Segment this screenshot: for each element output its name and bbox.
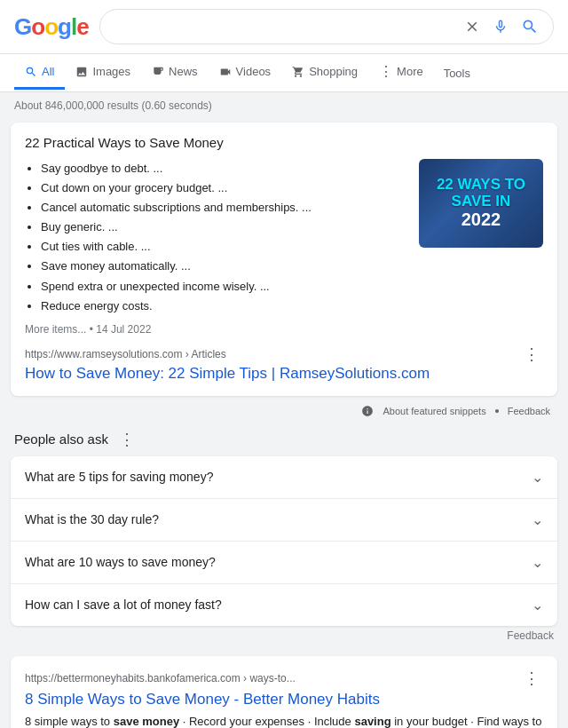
result-title-1[interactable]: 8 Simple Ways to Save Money - Better Mon… (25, 690, 543, 709)
about-snippets-label[interactable]: About featured snippets (383, 406, 485, 416)
tab-shopping[interactable]: Shopping (281, 56, 368, 90)
list-item: Save money automatically. ... (41, 257, 406, 276)
snippet-image-text-line2: SAVE IN (452, 194, 511, 210)
close-icon (464, 19, 480, 35)
snippet-list-items: Say goodbye to debt. ... Cut down on you… (25, 159, 406, 316)
google-logo: Google (14, 13, 89, 41)
voice-search-button[interactable] (491, 17, 510, 36)
tab-images-label: Images (92, 65, 130, 78)
people-also-ask-section: People also ask ⋮ What are 5 tips for sa… (0, 424, 568, 649)
result-menu-button-1[interactable]: ⋮ (520, 669, 543, 688)
image-tab-icon (75, 66, 88, 78)
search-submit-button[interactable] (519, 16, 540, 37)
paa-item-3[interactable]: What are 10 ways to save money? ⌄ (11, 542, 557, 584)
info-icon (361, 405, 374, 417)
list-item: Say goodbye to debt. ... (41, 159, 406, 178)
news-tab-icon (152, 66, 164, 78)
paa-header: People also ask ⋮ (11, 424, 557, 451)
chevron-down-icon-2: ⌄ (532, 511, 543, 528)
tab-news[interactable]: News (141, 56, 209, 90)
nav-tabs: All Images News Videos Shopping ⋮ More T… (0, 54, 568, 92)
paa-card: What are 5 tips for saving money? ⌄ What… (11, 456, 557, 626)
paa-question-4: How can I save a lot of money fast? (25, 597, 222, 612)
tab-shopping-label: Shopping (309, 65, 358, 78)
paa-question-1: What are 5 tips for saving money? (25, 470, 213, 484)
tools-button[interactable]: Tools (444, 58, 470, 89)
search-bar: money saving tips (99, 9, 554, 44)
snippet-url: https://www.ramseysolutions.com › Articl… (25, 348, 226, 360)
paa-menu-button[interactable]: ⋮ (115, 430, 138, 449)
more-items[interactable]: More items... • 14 Jul 2022 (25, 323, 543, 336)
snippet-image-text-line1: 22 WAYS TO (437, 177, 525, 194)
tab-all-label: All (42, 65, 54, 78)
result-url-row-1: https://bettermoneyhabits.bankofamerica.… (25, 669, 543, 688)
snippet-title: 22 Practical Ways to Save Money (25, 135, 543, 150)
paa-item-4[interactable]: How can I save a lot of money fast? ⌄ (11, 584, 557, 626)
paa-title: People also ask (14, 431, 108, 447)
tab-all[interactable]: All (14, 56, 65, 90)
snippet-feedback-label[interactable]: Feedback (508, 406, 550, 416)
list-item: Spend extra or unexpected income wisely.… (41, 277, 406, 297)
result-url-1: https://bettermoneyhabits.bankofamerica.… (25, 672, 296, 684)
snippet-image-year: 2022 (462, 210, 501, 230)
list-item: Cut ties with cable. ... (41, 237, 406, 257)
featured-snippet-card: 22 Practical Ways to Save Money Say good… (11, 123, 557, 396)
tab-news-label: News (169, 65, 198, 78)
clear-button[interactable] (462, 17, 482, 36)
search-bar-icons (462, 16, 540, 37)
tab-videos-label: Videos (236, 65, 272, 78)
snippet-menu-button[interactable]: ⋮ (520, 344, 543, 364)
snippet-list: Say goodbye to debt. ... Cut down on you… (25, 159, 406, 316)
chevron-down-icon-3: ⌄ (532, 554, 543, 571)
tab-images[interactable]: Images (65, 56, 141, 90)
chevron-down-icon-4: ⌄ (532, 597, 543, 613)
list-item: Cut down on your grocery budget. ... (41, 178, 406, 198)
chevron-down-icon-1: ⌄ (532, 469, 543, 486)
more-dots-icon: ⋮ (379, 63, 392, 80)
search-tab-icon (25, 66, 37, 78)
paa-question-3: What are 10 ways to save money? (25, 555, 216, 569)
microphone-icon (493, 19, 509, 35)
search-icon (521, 18, 539, 36)
paa-item-2[interactable]: What is the 30 day rule? ⌄ (11, 499, 557, 542)
paa-feedback[interactable]: Feedback (11, 626, 557, 649)
list-item: Buy generic. ... (41, 218, 406, 237)
result-desc-1: 8 simple ways to save money · Record you… (25, 713, 543, 728)
snippet-content: Say goodbye to debt. ... Cut down on you… (25, 159, 543, 316)
snippet-source: https://www.ramseysolutions.com › Articl… (25, 344, 543, 364)
paa-question-2: What is the 30 day rule? (25, 512, 159, 526)
snippet-footer: About featured snippets Feedback (11, 400, 557, 421)
search-input[interactable]: money saving tips (113, 20, 455, 34)
more-items-label: More items... (25, 323, 86, 336)
results-count: About 846,000,000 results (0.60 seconds) (0, 92, 568, 119)
snippet-date: 14 Jul 2022 (96, 323, 151, 336)
result-card-1: https://bettermoneyhabits.bankofamerica.… (11, 656, 557, 728)
tab-videos[interactable]: Videos (209, 56, 282, 90)
dot-separator (495, 409, 499, 413)
paa-item-1[interactable]: What are 5 tips for saving money? ⌄ (11, 456, 557, 499)
list-item: Reduce energy costs. (41, 297, 406, 316)
tab-more-label: More (397, 65, 423, 78)
snippet-image: 22 WAYS TO SAVE IN 2022 (419, 159, 543, 248)
snippet-link[interactable]: How to Save Money: 22 Simple Tips | Rams… (25, 365, 430, 382)
shopping-tab-icon (292, 66, 304, 78)
list-item: Cancel automatic subscriptions and membe… (41, 198, 406, 218)
header: Google money saving tips (0, 0, 568, 54)
tab-more[interactable]: ⋮ More (368, 54, 434, 91)
video-tab-icon (219, 66, 232, 78)
